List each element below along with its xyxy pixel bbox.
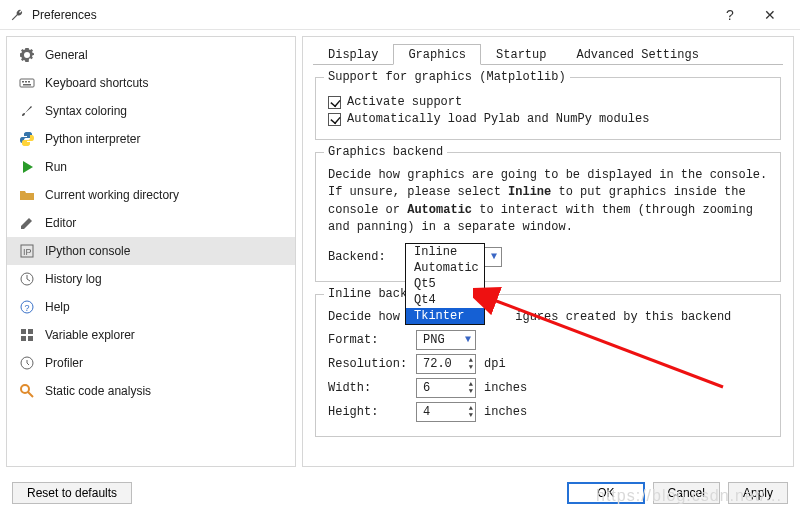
tabs: DisplayGraphicsStartupAdvanced Settings (313, 43, 783, 65)
sidebar-item-keyboard-shortcuts[interactable]: Keyboard shortcuts (7, 69, 295, 97)
width-unit: inches (484, 381, 527, 395)
group-inline-legend: Inline back (324, 287, 411, 301)
sidebar-item-syntax-coloring[interactable]: Syntax coloring (7, 97, 295, 125)
group-inline: Inline back Decide how txxxxxxxxxxxxxxig… (315, 294, 781, 437)
sidebar-item-ipython-console[interactable]: IPIPython console (7, 237, 295, 265)
keyboard-icon (19, 75, 35, 91)
tab-display[interactable]: Display (313, 44, 393, 65)
width-value: 6 (423, 381, 430, 395)
body: GeneralKeyboard shortcutsSyntax coloring… (0, 30, 800, 473)
sidebar-item-label: Syntax coloring (45, 104, 127, 118)
height-unit: inches (484, 405, 527, 419)
format-combo-value: PNG (423, 333, 445, 347)
sidebar-item-label: Keyboard shortcuts (45, 76, 148, 90)
backend-dropdown[interactable]: InlineAutomaticQt5Qt4Tkinter (405, 243, 485, 325)
search-icon (19, 383, 35, 399)
tab-graphics[interactable]: Graphics (393, 44, 481, 65)
sidebar-item-run[interactable]: Run (7, 153, 295, 181)
backend-description: Decide how graphics are going to be disp… (328, 167, 768, 237)
sidebar-item-static-code-analysis[interactable]: Static code analysis (7, 377, 295, 405)
chevron-down-icon: ▼ (491, 251, 497, 262)
resolution-label: Resolution: (328, 357, 408, 371)
checkbox-icon (328, 96, 341, 109)
ipython-icon: IP (19, 243, 35, 259)
svg-rect-1 (22, 81, 24, 83)
python-icon (19, 131, 35, 147)
svg-rect-12 (21, 336, 26, 341)
spinner-arrows-icon: ▲▼ (469, 405, 473, 419)
window-title: Preferences (32, 8, 710, 22)
sidebar-item-variable-explorer[interactable]: Variable explorer (7, 321, 295, 349)
spinner-arrows-icon: ▲▼ (469, 357, 473, 371)
svg-rect-10 (21, 329, 26, 334)
backend-label: Backend: (328, 250, 408, 264)
sidebar-item-label: Python interpreter (45, 132, 140, 146)
reset-defaults-button[interactable]: Reset to defaults (12, 482, 132, 504)
backend-option-automatic[interactable]: Automatic (406, 260, 484, 276)
titlebar: Preferences ? ✕ (0, 0, 800, 30)
watermark: https://blog.csdn.net/... (596, 487, 782, 505)
activate-support-checkbox[interactable]: Activate support (328, 95, 768, 109)
width-spinner[interactable]: 6 ▲▼ (416, 378, 476, 398)
help-button[interactable]: ? (710, 0, 750, 30)
sidebar-item-label: History log (45, 272, 102, 286)
svg-rect-3 (28, 81, 30, 83)
activate-support-label: Activate support (347, 95, 462, 109)
height-label: Height: (328, 405, 408, 419)
help-icon: ? (19, 299, 35, 315)
edit-icon (19, 215, 35, 231)
content-panel: DisplayGraphicsStartupAdvanced Settings … (302, 36, 794, 467)
sidebar-item-label: Current working directory (45, 188, 179, 202)
folder-icon (19, 187, 35, 203)
width-label: Width: (328, 381, 408, 395)
svg-rect-4 (23, 84, 31, 86)
height-value: 4 (423, 405, 430, 419)
sidebar-item-label: Editor (45, 216, 76, 230)
svg-rect-0 (20, 79, 34, 87)
tab-advanced-settings[interactable]: Advanced Settings (561, 44, 713, 65)
sidebar-item-python-interpreter[interactable]: Python interpreter (7, 125, 295, 153)
sidebar-item-label: Profiler (45, 356, 83, 370)
svg-point-15 (21, 385, 29, 393)
close-button[interactable]: ✕ (750, 0, 790, 30)
sidebar-item-current-working-directory[interactable]: Current working directory (7, 181, 295, 209)
autoload-label: Automatically load Pylab and NumPy modul… (347, 112, 649, 126)
sidebar-item-editor[interactable]: Editor (7, 209, 295, 237)
backend-option-qt4[interactable]: Qt4 (406, 292, 484, 308)
tab-startup[interactable]: Startup (481, 44, 561, 65)
resolution-spinner[interactable]: 72.0 ▲▼ (416, 354, 476, 374)
inline-description: Decide how txxxxxxxxxxxxxxigures created… (328, 309, 768, 326)
group-backend-legend: Graphics backend (324, 145, 447, 159)
format-combo[interactable]: PNG ▼ (416, 330, 476, 350)
sidebar-item-label: Variable explorer (45, 328, 135, 342)
autoload-checkbox[interactable]: Automatically load Pylab and NumPy modul… (328, 112, 768, 126)
resolution-unit: dpi (484, 357, 506, 371)
sidebar-item-label: Static code analysis (45, 384, 151, 398)
sidebar-item-general[interactable]: General (7, 41, 295, 69)
wrench-icon (10, 8, 24, 22)
sidebar-item-label: Help (45, 300, 70, 314)
height-spinner[interactable]: 4 ▲▼ (416, 402, 476, 422)
resolution-value: 72.0 (423, 357, 452, 371)
sidebar-item-help[interactable]: ?Help (7, 293, 295, 321)
svg-text:IP: IP (23, 247, 32, 257)
svg-line-16 (28, 392, 33, 397)
format-label: Format: (328, 333, 408, 347)
backend-option-qt5[interactable]: Qt5 (406, 276, 484, 292)
svg-rect-13 (28, 336, 33, 341)
sidebar-item-history-log[interactable]: History log (7, 265, 295, 293)
group-backend: Graphics backend Decide how graphics are… (315, 152, 781, 282)
backend-option-inline[interactable]: Inline (406, 244, 484, 260)
clock-icon (19, 355, 35, 371)
svg-rect-2 (25, 81, 27, 83)
play-icon (19, 159, 35, 175)
gear-icon (19, 47, 35, 63)
sidebar: GeneralKeyboard shortcutsSyntax coloring… (6, 36, 296, 467)
sidebar-item-profiler[interactable]: Profiler (7, 349, 295, 377)
sidebar-item-label: General (45, 48, 88, 62)
svg-text:?: ? (25, 303, 30, 313)
chevron-down-icon: ▼ (465, 334, 471, 345)
group-support-legend: Support for graphics (Matplotlib) (324, 70, 570, 84)
backend-option-tkinter[interactable]: Tkinter (406, 308, 484, 324)
svg-rect-11 (28, 329, 33, 334)
